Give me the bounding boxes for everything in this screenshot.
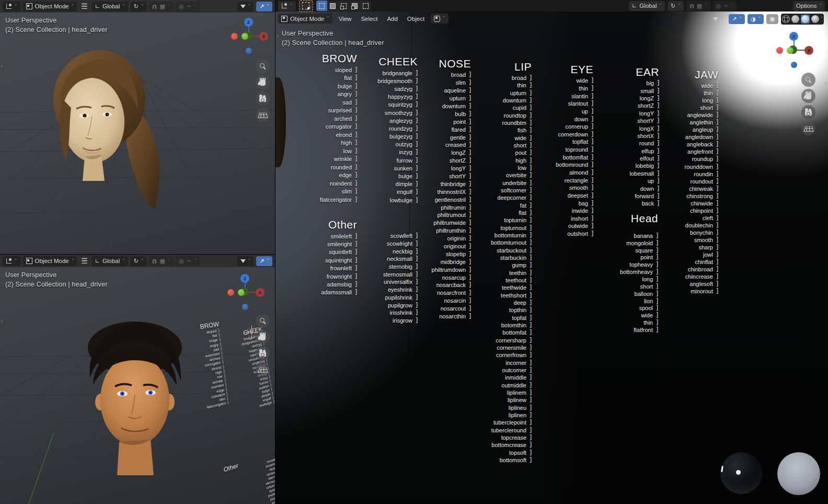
slider-handle-icon[interactable]: ]: [529, 344, 533, 351]
rig-slider-row[interactable]: slim]: [297, 188, 358, 196]
slider-handle-icon[interactable]: ]: [656, 276, 659, 283]
slider-handle-icon[interactable]: ]: [656, 232, 659, 239]
slider-handle-icon[interactable]: ]: [468, 297, 472, 304]
slider-handle-icon[interactable]: ]: [591, 93, 594, 100]
rig-slider-row[interactable]: smooth]: [537, 184, 594, 192]
menu-item[interactable]: Select: [356, 14, 382, 24]
rig-slider-row[interactable]: elfout]: [604, 155, 660, 162]
rig-slider-row[interactable]: short]: [474, 142, 533, 149]
slider-handle-icon[interactable]: ]: [657, 110, 660, 117]
slider-handle-icon[interactable]: ]: [468, 95, 472, 102]
rig-slider-row[interactable]: pupilshrink]: [358, 294, 419, 302]
rig-slider-row[interactable]: broad]: [474, 74, 533, 82]
rig-slider-row[interactable]: flat]: [297, 74, 358, 83]
slider-handle-icon[interactable]: ]: [591, 85, 594, 92]
slider-handle-icon[interactable]: ]: [591, 215, 594, 222]
proportional-edit-toggle[interactable]: ◎~˅: [713, 1, 737, 11]
rig-slider-row[interactable]: underbite]: [474, 179, 533, 187]
gizmo-z-axis[interactable]: Z: [244, 18, 253, 27]
rig-slider-row[interactable]: teethout]: [474, 277, 533, 284]
slider-handle-icon[interactable]: ]: [415, 232, 419, 239]
rig-slider-row[interactable]: liplinen]: [474, 411, 533, 419]
rig-slider-row[interactable]: round]: [604, 140, 660, 147]
glossy-sphere-object[interactable]: [720, 452, 762, 494]
slider-handle-icon[interactable]: ]: [354, 281, 358, 288]
slider-handle-icon[interactable]: ]: [657, 170, 660, 177]
viewport-3d-canvas-top[interactable]: Y Z X User Perspective (2) Scene Collect…: [0, 0, 275, 254]
slider-handle-icon[interactable]: ]: [468, 250, 472, 258]
rig-slider-row[interactable]: down]: [537, 115, 594, 123]
slider-handle-icon[interactable]: ]: [529, 224, 533, 232]
slider-handle-icon[interactable]: ]: [468, 243, 472, 250]
slider-handle-icon[interactable]: ]: [468, 118, 472, 125]
shading-material-button[interactable]: [801, 15, 810, 24]
rig-slider-row[interactable]: philtrumdown]: [413, 266, 472, 273]
rig-slider-row[interactable]: deepcorner]: [474, 194, 533, 201]
slider-handle-icon[interactable]: ]: [468, 110, 472, 118]
gizmo-y-ball[interactable]: [242, 33, 248, 40]
rig-slider-row[interactable]: arched]: [297, 114, 358, 123]
xray-toggle[interactable]: ▣: [766, 14, 778, 24]
slider-handle-icon[interactable]: ]: [468, 149, 472, 156]
rig-slider-row[interactable]: outmiddle]: [474, 381, 533, 388]
slider-handle-icon[interactable]: ]: [529, 261, 533, 269]
slider-handle-icon[interactable]: ]: [529, 209, 533, 216]
slider-handle-icon[interactable]: ]: [415, 286, 419, 293]
slider-handle-icon[interactable]: ]: [716, 185, 719, 192]
rig-slider-row[interactable]: broad]: [413, 71, 472, 79]
slider-handle-icon[interactable]: ]: [529, 89, 533, 97]
slider-handle-icon[interactable]: ]: [591, 230, 594, 237]
rig-slider-row[interactable]: irisshrink]: [358, 309, 419, 317]
nav-gizmo[interactable]: Y Z X: [227, 274, 264, 312]
rig-slider-row[interactable]: forward]: [604, 192, 660, 200]
slider-handle-icon[interactable]: ]: [591, 200, 594, 207]
rig-slider-row[interactable]: roundbtm]: [474, 119, 533, 127]
proportional-edit-toggle[interactable]: ◎~˅: [176, 2, 199, 12]
gizmos-toggle[interactable]: ↗˅: [256, 256, 272, 266]
slider-handle-icon[interactable]: ]: [529, 97, 533, 104]
gizmo-x-axis[interactable]: X: [804, 46, 813, 55]
rig-slider-row[interactable]: nosarcthin]: [413, 313, 472, 320]
rig-slider-row[interactable]: scowlleft]: [358, 232, 419, 240]
rig-slider-row[interactable]: wide]: [537, 77, 594, 85]
rig-slider-row[interactable]: low]: [297, 147, 358, 155]
rig-slider-row[interactable]: nosarcup]: [413, 273, 472, 281]
rig-slider-row[interactable]: aqueline]: [413, 87, 472, 95]
rig-slider-row[interactable]: universalfix]: [358, 278, 419, 286]
slider-handle-icon[interactable]: ]: [529, 382, 533, 389]
slider-handle-icon[interactable]: ]: [529, 456, 533, 464]
slider-handle-icon[interactable]: ]: [656, 319, 659, 326]
rig-slider-row[interactable]: gump]: [474, 261, 533, 269]
rig-slider-row[interactable]: upturn]: [413, 95, 472, 102]
rig-slider-row[interactable]: chinbroad]: [663, 266, 719, 273]
snap-toggle[interactable]: U▦˅: [149, 256, 173, 266]
rig-slider-row[interactable]: elfup]: [604, 147, 660, 155]
slider-handle-icon[interactable]: ]: [354, 248, 358, 256]
gizmos-toggle[interactable]: ↗˅: [729, 14, 745, 24]
slider-handle-icon[interactable]: ]: [529, 232, 533, 239]
slider-handle-icon[interactable]: ]: [468, 289, 472, 296]
rig-slider-row[interactable]: bulb]: [413, 110, 472, 118]
slider-handle-icon[interactable]: ]: [716, 119, 719, 126]
slider-handle-icon[interactable]: ]: [716, 251, 719, 258]
gizmo-neg-z-ball[interactable]: [791, 62, 797, 68]
rig-slider-row[interactable]: small]: [604, 87, 660, 94]
rig-slider-row[interactable]: shortX]: [604, 132, 660, 140]
slider-handle-icon[interactable]: ]: [529, 306, 533, 314]
rig-slider-row[interactable]: botomthin]: [474, 322, 533, 329]
slider-handle-icon[interactable]: ]: [591, 100, 594, 107]
slider-handle-icon[interactable]: ]: [529, 194, 533, 201]
gizmo-neg-z-ball[interactable]: [242, 304, 248, 310]
slider-handle-icon[interactable]: ]: [415, 240, 419, 247]
head-model-female[interactable]: [30, 38, 187, 226]
slider-handle-icon[interactable]: ]: [716, 288, 719, 295]
menu-toggle-button[interactable]: ☰: [79, 2, 89, 10]
rig-slider-row[interactable]: slantout]: [537, 100, 594, 108]
rig-slider-row[interactable]: longX]: [604, 124, 660, 132]
slider-handle-icon[interactable]: ]: [354, 171, 358, 179]
nav-gizmo[interactable]: Y Z X: [231, 18, 268, 55]
rig-slider-row[interactable]: square]: [600, 247, 659, 254]
rig-slider-row[interactable]: philtrumwide]: [413, 219, 472, 227]
slider-handle-icon[interactable]: ]: [529, 149, 533, 156]
slider-handle-icon[interactable]: ]: [468, 313, 472, 320]
